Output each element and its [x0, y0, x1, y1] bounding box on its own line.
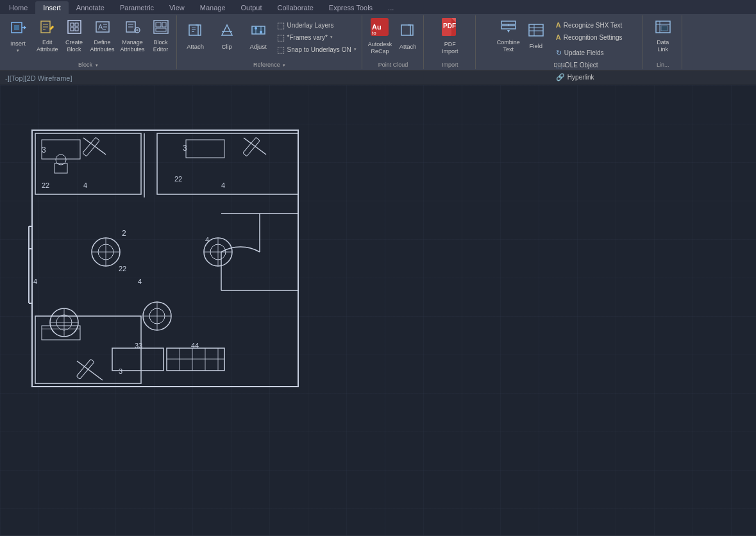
field-label: Field: [530, 42, 543, 49]
create-block-button[interactable]: CreateBlock: [62, 17, 87, 55]
tab-parametric[interactable]: Parametric: [112, 1, 162, 14]
svg-text:3: 3: [42, 146, 46, 155]
svg-rect-27: [162, 22, 166, 27]
tab-express[interactable]: Express Tools: [321, 1, 380, 14]
svg-rect-60: [35, 133, 141, 194]
attach-pc-button[interactable]: Attach: [395, 17, 421, 55]
svg-rect-61: [157, 133, 298, 194]
svg-text:22: 22: [174, 175, 182, 183]
svg-marker-50: [507, 30, 510, 33]
recognize-shx-icon: A: [556, 21, 561, 29]
block-editor-icon: [153, 19, 169, 38]
data-link-label: DataLink: [657, 39, 669, 53]
hyperlink-button[interactable]: 🔗 Hyperlink: [553, 71, 625, 83]
clip-button[interactable]: Clip: [212, 17, 242, 55]
svg-text:3: 3: [183, 144, 187, 153]
group-block: Insert ▾ EditAttribute: [0, 15, 177, 69]
svg-text:33: 33: [135, 342, 142, 349]
adjust-icon: [249, 21, 267, 42]
autocad-recap-button[interactable]: Au to AutodeskReCap: [365, 17, 395, 55]
field-icon: [528, 22, 544, 41]
svg-text:22: 22: [42, 181, 49, 189]
pdf-import-button[interactable]: PDF PDFImport: [435, 17, 466, 55]
floorplan-svg: 3 22 4 3 22: [19, 124, 308, 393]
group-link: DataLink Lin...: [644, 15, 682, 69]
manage-attributes-button[interactable]: ManageAttributes: [118, 17, 147, 55]
svg-rect-25: [156, 22, 161, 27]
tab-home[interactable]: Home: [1, 1, 35, 14]
svg-text:PDF: PDF: [443, 22, 456, 29]
svg-rect-8: [68, 21, 81, 33]
edit-attribute-icon: [39, 19, 56, 38]
group-point-cloud: Au to AutodeskReCap Attach: [363, 15, 424, 69]
combine-text-icon: [500, 19, 517, 38]
tab-manage[interactable]: Manage: [192, 1, 233, 14]
svg-marker-3: [24, 26, 26, 29]
frames-vary-icon: ⬚: [277, 33, 285, 42]
hyperlink-icon: 🔗: [556, 73, 565, 81]
block-editor-label: BlockEditor: [153, 39, 169, 53]
field-button[interactable]: Field: [523, 17, 549, 55]
view-bar: -][Top][2D Wireframe]: [0, 71, 756, 85]
reference-group-arrow[interactable]: ▾: [283, 63, 285, 68]
data-link-button[interactable]: DataLink: [650, 17, 676, 55]
canvas-area[interactable]: 3 22 4 3 22: [0, 85, 756, 535]
svg-text:4: 4: [205, 236, 209, 244]
attach-button[interactable]: Attach: [180, 17, 211, 55]
group-block-definition: Attach Clip: [178, 15, 362, 69]
link-group-label: Lin...: [644, 62, 682, 68]
define-attributes-button[interactable]: A DefineAttributes: [88, 17, 117, 55]
adjust-button[interactable]: Adjust: [243, 17, 274, 55]
svg-rect-94: [167, 348, 224, 371]
attach-icon: [187, 21, 205, 42]
manage-attributes-icon: [124, 19, 141, 38]
tab-output[interactable]: Output: [233, 1, 270, 14]
block-group-arrow[interactable]: ▾: [96, 63, 98, 68]
svg-rect-68: [42, 140, 80, 159]
svg-rect-59: [32, 130, 298, 387]
view-info: -][Top][2D Wireframe]: [5, 74, 72, 82]
update-fields-button[interactable]: ↻ Update Fields: [553, 47, 625, 58]
block-editor-button[interactable]: BlockEditor: [148, 17, 174, 55]
combine-text-button[interactable]: CombineText: [494, 17, 523, 55]
tab-insert[interactable]: Insert: [35, 1, 69, 14]
svg-rect-31: [192, 31, 194, 32]
tab-collaborate[interactable]: Collaborate: [270, 1, 321, 14]
svg-point-37: [255, 27, 257, 29]
update-fields-label: Update Fields: [564, 49, 604, 56]
recognition-settings-button[interactable]: A Recognition Settings: [553, 31, 625, 43]
tab-more[interactable]: ...: [380, 1, 401, 14]
svg-text:to: to: [372, 30, 376, 36]
svg-text:4: 4: [221, 181, 225, 189]
autocad-recap-label: AutodeskReCap: [368, 41, 392, 55]
insert-button[interactable]: Insert ▾: [3, 17, 33, 55]
tab-view[interactable]: View: [162, 1, 192, 14]
svg-rect-112: [83, 137, 100, 156]
snap-underlays-button[interactable]: ⬚ Snap to Underlays ON ▾: [274, 44, 359, 55]
recognize-shx-label: Recognize SHX Text: [564, 22, 623, 29]
clip-icon: [218, 21, 236, 42]
svg-rect-58: [661, 26, 668, 31]
svg-text:44: 44: [191, 342, 199, 349]
underlay-layers-button[interactable]: ⬚ Underlay Layers: [274, 19, 359, 31]
data-group-label: Data: [476, 62, 643, 68]
define-attributes-icon: A: [94, 19, 111, 38]
svg-text:A: A: [98, 23, 103, 31]
svg-text:4: 4: [138, 278, 142, 285]
adjust-label: Adjust: [249, 43, 266, 50]
insert-arrow: ▾: [17, 48, 19, 53]
block-group-label: Block ▾: [0, 62, 176, 68]
svg-point-38: [260, 31, 262, 33]
floorplan-container: 3 22 4 3 22: [19, 124, 308, 394]
svg-rect-48: [501, 26, 516, 29]
frames-vary-button[interactable]: ⬚ *Frames vary* ▾: [274, 31, 359, 43]
frames-arrow: ▾: [330, 35, 333, 40]
define-attributes-label: DefineAttributes: [90, 39, 115, 53]
edit-attribute-button[interactable]: EditAttribute: [34, 17, 61, 55]
combine-text-label: CombineText: [497, 39, 520, 53]
svg-rect-47: [501, 21, 516, 24]
recognize-shx-button[interactable]: A Recognize SHX Text: [553, 19, 625, 31]
svg-rect-67: [35, 316, 141, 383]
tab-annotate[interactable]: Annotate: [69, 1, 112, 14]
recognition-settings-label: Recognition Settings: [564, 34, 623, 41]
